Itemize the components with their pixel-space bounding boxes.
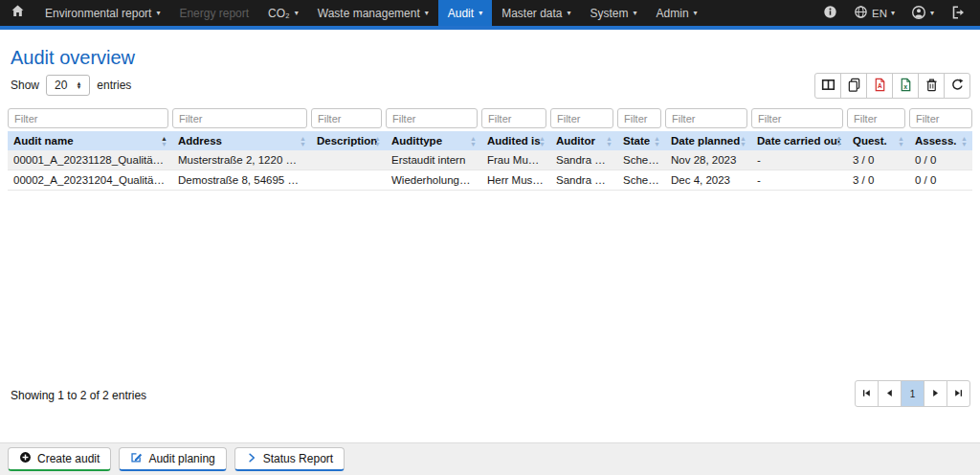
column-header-date-carried-out[interactable]: Date carried out▲▼ (751, 131, 847, 150)
table-cell: Sandra Kürpick (550, 150, 617, 170)
column-header-state[interactable]: State▲▼ (617, 131, 665, 150)
nav-item-environmental-report[interactable]: Environmental report▾ (35, 0, 169, 26)
language-menu[interactable]: EN ▾ (854, 5, 895, 21)
export-excel-button[interactable]: x (892, 73, 919, 99)
entries-summary: Showing 1 to 2 of 2 entries (11, 389, 146, 402)
filter-input-description[interactable] (311, 108, 382, 128)
filter-input-assess[interactable] (909, 108, 972, 128)
column-header-description[interactable]: Description▲▼ (311, 131, 386, 150)
table-cell: Nov 28, 2023 (665, 150, 751, 170)
sort-icon: ▲▼ (539, 136, 546, 147)
sort-icon: ▲▼ (654, 136, 660, 147)
filter-input-state[interactable] (617, 108, 661, 128)
audit-planing-label: Audit planing (148, 452, 214, 465)
nav-item-label: Admin (657, 7, 689, 20)
column-visibility-button[interactable] (814, 73, 841, 99)
column-header-quest[interactable]: Quest.▲▼ (847, 131, 909, 150)
previous-page-icon (884, 387, 895, 401)
table-row[interactable]: 00002_A_20231204_QualitätssicherungDemos… (8, 170, 972, 191)
filter-input-quest[interactable] (847, 108, 905, 128)
home-button[interactable] (0, 0, 35, 26)
audit-table: Audit name▲▼Address▲▼Description▲▼Auditt… (8, 107, 972, 191)
table-cell: Scheduled (617, 170, 665, 191)
chevron-down-icon: ▾ (479, 10, 482, 17)
filter-input-audittype[interactable] (386, 108, 478, 128)
sort-icon: ▲▼ (740, 136, 746, 147)
filter-input-audited-is[interactable] (481, 108, 546, 128)
column-header-label: State (623, 135, 650, 147)
create-audit-button[interactable]: Create audit (8, 447, 111, 471)
chevron-down-icon: ▾ (568, 10, 571, 17)
filter-input-auditor[interactable] (550, 108, 613, 128)
current-page-button[interactable]: 1 (901, 380, 924, 407)
column-header-date-planned[interactable]: Date planned▲▼ (665, 131, 751, 150)
nav-item-audit[interactable]: Audit▾ (438, 0, 492, 26)
columns-icon (821, 78, 835, 95)
table-cell: Demostraße 8, 54695 Buxdehude (172, 170, 311, 191)
first-page-icon (861, 387, 872, 401)
column-header-assess[interactable]: Assess.▲▼ (909, 131, 972, 150)
next-page-icon (930, 387, 941, 401)
filter-input-address[interactable] (172, 108, 307, 128)
table-row[interactable]: 00001_A_20231128_QualitätssicherungMuste… (8, 150, 972, 170)
pdf-file-icon: A (873, 78, 887, 95)
nav-item-co[interactable]: CO₂▾ (258, 0, 308, 26)
status-report-button[interactable]: Status Report (234, 447, 345, 471)
table-cell: Erstaudit intern (386, 150, 481, 170)
nav-item-energy-report: Energy report (169, 0, 258, 26)
sort-icon: ▲▼ (961, 136, 968, 147)
column-header-audittype[interactable]: Audittype▲▼ (386, 131, 481, 150)
copy-button[interactable] (840, 73, 867, 99)
column-header-address[interactable]: Address▲▼ (172, 131, 311, 150)
nav-item-label: Audit (448, 7, 474, 20)
filter-input-date-carried-out[interactable] (751, 108, 843, 128)
previous-page-button[interactable] (878, 380, 902, 407)
nav-item-admin[interactable]: Admin▾ (647, 0, 707, 26)
filter-input-audit-name[interactable] (8, 108, 168, 128)
sort-icon: ▲▼ (470, 136, 477, 147)
table-cell: - (751, 170, 847, 191)
table-cell: 3 / 0 (847, 170, 909, 191)
column-header-auditor[interactable]: Auditor▲▼ (550, 131, 617, 150)
column-header-label: Assess. (915, 135, 956, 147)
audit-planing-button[interactable]: Audit planing (119, 447, 226, 471)
first-page-button[interactable] (855, 380, 879, 407)
delete-button[interactable] (918, 73, 945, 99)
column-header-audit-name[interactable]: Audit name▲▼ (8, 131, 172, 150)
info-button[interactable] (823, 5, 837, 21)
export-pdf-button[interactable]: A (866, 73, 893, 99)
globe-icon (854, 5, 868, 21)
page-length-select[interactable]: 20 ▲▼ (46, 75, 90, 96)
column-header-label: Date carried out (757, 135, 841, 147)
last-page-button[interactable] (947, 380, 970, 407)
chevron-down-icon: ▾ (891, 10, 895, 17)
filter-input-date-planned[interactable] (665, 108, 747, 128)
user-menu[interactable]: ▾ (911, 5, 934, 22)
column-header-label: Quest. (853, 135, 887, 147)
user-icon (911, 5, 926, 22)
chevron-down-icon: ▾ (156, 10, 160, 17)
table-cell: Frau Muster (481, 150, 550, 170)
pagination: 1 (855, 380, 970, 407)
column-header-audited-is[interactable]: Audited is▲▼ (481, 131, 550, 150)
entries-label: entries (97, 79, 131, 92)
logout-button[interactable] (950, 5, 966, 22)
nav-item-master-data[interactable]: Master data▾ (492, 0, 580, 26)
trash-icon (924, 78, 939, 95)
sort-icon: ▲▼ (374, 136, 381, 147)
nav-item-waste-management[interactable]: Waste management▾ (308, 0, 438, 26)
table-cell: Scheduled (617, 150, 665, 170)
refresh-button[interactable] (944, 73, 970, 99)
table-toolbar: A x (814, 73, 970, 99)
table-cell: 0 / 0 (909, 150, 972, 170)
navbar: Environmental report▾Energy reportCO₂▾Wa… (0, 0, 980, 30)
footer-action-bar: Create audit Audit planing Status Report (0, 442, 980, 475)
next-page-button[interactable] (924, 380, 947, 407)
table-cell: - (751, 150, 847, 170)
nav-item-label: Master data (501, 7, 562, 20)
sort-icon: ▲▼ (300, 136, 306, 147)
table-cell: Wiederholungs-Audit (386, 170, 481, 191)
nav-item-label: Waste management (318, 7, 420, 20)
edit-icon (130, 451, 143, 466)
nav-item-system[interactable]: System▾ (581, 0, 647, 26)
